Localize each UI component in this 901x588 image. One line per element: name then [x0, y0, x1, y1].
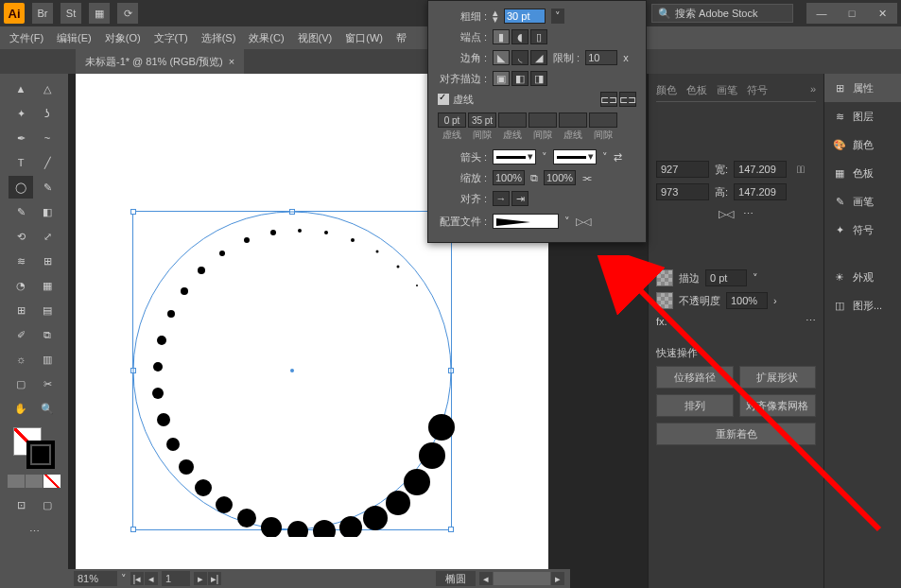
stock-search[interactable]: 🔍 搜索 Adobe Stock: [651, 4, 793, 23]
scroll-left-icon[interactable]: ◂: [479, 572, 493, 585]
magic-wand-tool[interactable]: ✦: [9, 102, 33, 125]
dock-swatches[interactable]: ▦色板: [824, 159, 901, 187]
dash-align-icon[interactable]: ⊏⊐: [619, 92, 636, 107]
artboard-tool[interactable]: ▢: [9, 372, 33, 395]
arrow-start-dropdown[interactable]: [493, 149, 536, 164]
zoom-tool[interactable]: 🔍: [35, 397, 60, 420]
perspective-tool[interactable]: ▦: [35, 274, 60, 297]
scale-tool[interactable]: ⤢: [35, 225, 60, 248]
x-field[interactable]: 927: [656, 161, 709, 178]
stroke-weight-field[interactable]: 0 pt: [705, 269, 747, 286]
more-options-icon[interactable]: ⋯: [743, 208, 754, 220]
curvature-tool[interactable]: ~: [35, 127, 60, 149]
link-wh-icon[interactable]: �⃒: [792, 161, 809, 178]
mode-gradient[interactable]: [26, 475, 43, 488]
cap-projecting-icon[interactable]: ▯: [530, 29, 547, 44]
draw-mode[interactable]: ⊡: [9, 493, 33, 516]
width-field[interactable]: 147.209: [734, 161, 787, 178]
tab-symbols[interactable]: 符号: [747, 83, 768, 97]
dock-appearance[interactable]: ☀外观: [824, 263, 901, 291]
zoom-chevron-icon[interactable]: ˅: [121, 573, 127, 585]
fx-label[interactable]: fx.: [656, 316, 667, 327]
tab-brushes[interactable]: 画笔: [717, 83, 737, 97]
lasso-tool[interactable]: ʖ: [35, 102, 60, 125]
mode-color[interactable]: [8, 475, 25, 488]
weight-down-icon[interactable]: ▾: [493, 16, 498, 23]
panel-menu-icon[interactable]: »: [810, 83, 816, 97]
align-outside-icon[interactable]: ◨: [530, 71, 547, 86]
selection-tool[interactable]: ▲: [9, 78, 33, 100]
shaper-tool[interactable]: ✎: [9, 200, 33, 223]
ellipse-tool[interactable]: ◯: [9, 176, 33, 199]
menu-view[interactable]: 视图(V): [298, 31, 333, 45]
dash-3[interactable]: [559, 112, 587, 128]
stock-icon[interactable]: St: [61, 3, 81, 24]
opacity-chevron-icon[interactable]: ›: [773, 295, 777, 306]
rotate-tool[interactable]: ⟲: [9, 225, 33, 248]
opacity-swatch[interactable]: [656, 292, 673, 309]
screen-mode[interactable]: ▢: [35, 493, 60, 516]
fill-stroke-picker[interactable]: [13, 427, 55, 469]
hand-tool[interactable]: ✋: [9, 397, 33, 420]
edit-toolbar[interactable]: ⋯: [22, 520, 46, 543]
swap-arrows-icon[interactable]: ⇄: [614, 151, 622, 164]
opacity-field[interactable]: 100%: [726, 292, 768, 309]
blend-tool[interactable]: ⧉: [35, 323, 60, 346]
gpu-icon[interactable]: ⟳: [117, 3, 138, 24]
menu-window[interactable]: 窗口(W): [345, 31, 383, 45]
profile-dropdown[interactable]: [493, 214, 559, 229]
tab-swatches[interactable]: 色板: [686, 83, 707, 97]
ellipse-shape[interactable]: [126, 204, 459, 537]
menu-edit[interactable]: 编辑(E): [57, 31, 92, 45]
scroll-right-icon[interactable]: ▸: [551, 572, 564, 585]
join-bevel-icon[interactable]: ◢: [530, 50, 547, 65]
recolor-button[interactable]: 重新着色: [656, 423, 816, 445]
symbol-sprayer-tool[interactable]: ☼: [9, 348, 33, 371]
dock-symbols[interactable]: ✦符号: [824, 216, 901, 244]
weight-field[interactable]: [504, 9, 546, 24]
graph-tool[interactable]: ▥: [35, 348, 60, 371]
mode-none[interactable]: [43, 475, 61, 488]
scrollbar-thumb[interactable]: [494, 572, 550, 585]
nav-prev-icon[interactable]: ◂: [145, 572, 158, 585]
height-field[interactable]: 147.209: [734, 183, 787, 200]
direct-selection-tool[interactable]: △: [35, 78, 60, 100]
gradient-tool[interactable]: ▤: [35, 299, 60, 321]
flip-h-icon[interactable]: ▷◁: [719, 208, 734, 220]
type-tool[interactable]: T: [9, 151, 33, 174]
mesh-tool[interactable]: ⊞: [9, 299, 33, 321]
free-transform-tool[interactable]: ⊞: [35, 250, 60, 272]
eyedropper-tool[interactable]: ✐: [9, 323, 33, 346]
stroke-swatch-small[interactable]: [656, 269, 673, 286]
cap-butt-icon[interactable]: ▮: [493, 29, 510, 44]
close-tab-icon[interactable]: ×: [229, 56, 234, 67]
gap-2[interactable]: [528, 112, 557, 128]
tab-color[interactable]: 颜色: [656, 83, 677, 97]
maximize-button[interactable]: □: [837, 3, 867, 24]
cap-round-icon[interactable]: ◖: [511, 29, 528, 44]
pen-tool[interactable]: ✒: [9, 127, 33, 149]
offset-path-button[interactable]: 位移路径: [656, 366, 734, 389]
paintbrush-tool[interactable]: ✎: [35, 176, 60, 199]
bridge-icon[interactable]: Br: [32, 3, 53, 24]
nav-next-icon[interactable]: ▸: [194, 572, 207, 585]
dock-graphic-styles[interactable]: ◫图形...: [824, 291, 901, 320]
stroke-dropdown-icon[interactable]: ˅: [753, 272, 758, 285]
align-inside-icon[interactable]: ◧: [511, 71, 528, 86]
join-miter-icon[interactable]: ◣: [493, 50, 510, 65]
flip-profile-icon[interactable]: ▷◁: [576, 216, 591, 228]
arrange-button[interactable]: 排列: [656, 394, 734, 417]
menu-file[interactable]: 文件(F): [9, 31, 43, 45]
dash-preserve-icon[interactable]: ⊏⊐: [600, 92, 617, 107]
menu-select[interactable]: 选择(S): [201, 31, 236, 45]
artboard-number[interactable]: 1: [162, 571, 190, 586]
menu-object[interactable]: 对象(O): [105, 31, 141, 45]
arrow-end-dropdown[interactable]: [553, 149, 597, 164]
dashed-line-checkbox[interactable]: 虚线: [438, 93, 474, 107]
join-round-icon[interactable]: ◟: [511, 50, 528, 65]
document-tab[interactable]: 未标题-1* @ 81% (RGB/预览) ×: [76, 49, 244, 74]
line-tool[interactable]: ╱: [35, 151, 60, 174]
align-center-icon[interactable]: ▣: [493, 71, 510, 86]
dock-brushes[interactable]: ✎画笔: [824, 187, 901, 216]
stroke-label[interactable]: 描边: [679, 271, 700, 285]
